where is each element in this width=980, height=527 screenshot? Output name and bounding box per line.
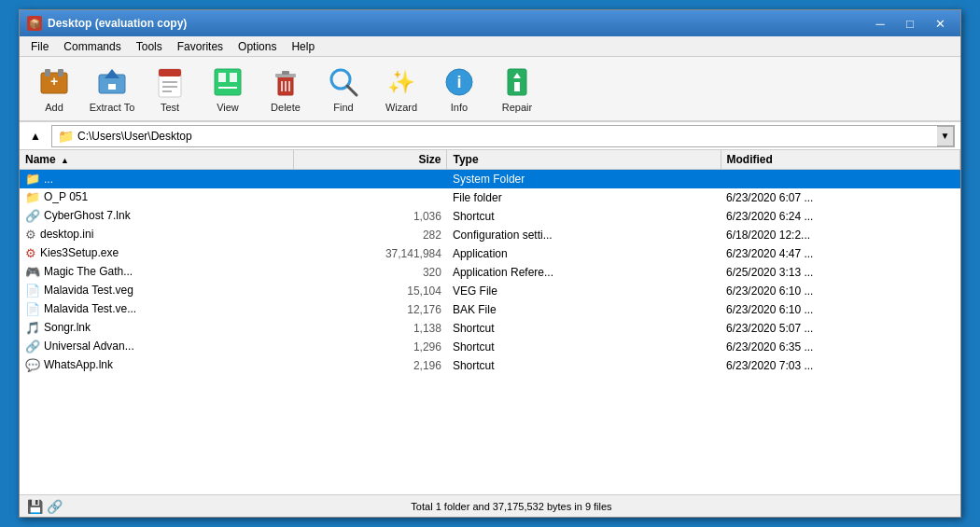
extract-button[interactable]: Extract To — [85, 60, 139, 118]
add-label: Add — [45, 102, 63, 113]
file-size — [293, 170, 447, 188]
file-size: 1,036 — [293, 207, 447, 226]
file-name: Malavida Test.veg — [44, 284, 133, 297]
file-table: Name ▲ Size Type Modified 📁...System Fol… — [20, 150, 960, 375]
file-name: Universal Advan... — [44, 340, 134, 353]
wizard-label: Wizard — [385, 102, 417, 113]
file-type: Application — [447, 244, 721, 263]
delete-icon — [269, 65, 302, 99]
info-icon: i — [442, 65, 476, 99]
file-name: Magic The Gath... — [44, 265, 133, 278]
table-row[interactable]: ⚙Kies3Setup.exe37,141,984Application6/23… — [20, 244, 960, 263]
status-text: Total 1 folder and 37,175,532 bytes in 9… — [70, 501, 953, 512]
file-size: 2,196 — [293, 356, 447, 375]
table-row[interactable]: 📁...System Folder — [20, 170, 960, 188]
file-type: VEG File — [447, 282, 721, 300]
view-icon — [211, 65, 245, 99]
file-name: ... — [44, 173, 53, 186]
menu-file[interactable]: File — [23, 38, 56, 55]
file-size: 1,138 — [293, 319, 447, 338]
delete-button[interactable]: Delete — [259, 60, 313, 118]
address-input-container: 📁 C:\Users\User\Desktop ▼ — [51, 125, 955, 147]
title-bar: 📦 Desktop (evaluation copy) ─ □ ✕ — [20, 10, 960, 36]
table-row[interactable]: 📄Malavida Test.veg15,104VEG File6/23/202… — [20, 282, 960, 300]
path-text: C:\Users\User\Desktop — [77, 130, 192, 143]
view-button[interactable]: View — [201, 60, 255, 118]
add-button[interactable]: + Add — [27, 60, 81, 118]
menu-favorites[interactable]: Favorites — [170, 38, 231, 55]
file-type: Configuration setti... — [447, 226, 721, 244]
link-icon: 🔗 — [47, 499, 63, 514]
table-row[interactable]: 📄Malavida Test.ve...12,176BAK File6/23/2… — [20, 300, 960, 319]
file-name: WhatsApp.lnk — [44, 358, 113, 371]
close-button[interactable]: ✕ — [927, 14, 953, 33]
file-name: Malavida Test.ve... — [44, 302, 136, 315]
file-type: File folder — [447, 188, 721, 207]
file-modified: 6/23/2020 7:03 ... — [721, 356, 959, 375]
file-modified: 6/23/2020 6:10 ... — [721, 300, 959, 319]
sort-arrow: ▲ — [61, 156, 69, 165]
status-icons: 💾 🔗 — [27, 499, 63, 514]
address-bar: ▲ 📁 C:\Users\User\Desktop ▼ — [20, 122, 960, 150]
repair-button[interactable]: Repair — [490, 60, 544, 118]
col-header-type[interactable]: Type — [447, 150, 721, 170]
col-header-size[interactable]: Size — [293, 150, 447, 170]
file-type: Shortcut — [447, 356, 721, 375]
status-bar: 💾 🔗 Total 1 folder and 37,175,532 bytes … — [20, 494, 960, 517]
table-row[interactable]: 💬WhatsApp.lnk2,196Shortcut6/23/2020 7:03… — [20, 356, 960, 375]
file-name: CyberGhost 7.lnk — [44, 209, 131, 222]
file-size: 282 — [293, 226, 447, 244]
file-size: 12,176 — [293, 300, 447, 319]
wizard-button[interactable]: ✨ Wizard — [374, 60, 428, 118]
svg-rect-2 — [58, 69, 63, 76]
find-button[interactable]: Find — [316, 60, 371, 118]
test-icon — [153, 65, 187, 99]
file-list: Name ▲ Size Type Modified 📁...System Fol… — [20, 150, 960, 494]
table-row[interactable]: 🎵Songr.lnk1,138Shortcut6/23/2020 5:07 ..… — [20, 319, 960, 338]
svg-rect-14 — [230, 73, 237, 82]
col-header-name[interactable]: Name ▲ — [20, 150, 293, 170]
window-controls: ─ □ ✕ — [867, 14, 953, 33]
svg-text:✨: ✨ — [387, 68, 415, 95]
table-row[interactable]: 🎮Magic The Gath...320Application Refere.… — [20, 263, 960, 282]
file-icon: 🎮 — [25, 265, 40, 279]
table-row[interactable]: ⚙desktop.ini282Configuration setti...6/1… — [20, 226, 960, 244]
file-modified: 6/23/2020 5:07 ... — [721, 319, 959, 338]
toolbar: + Add Extract To — [20, 57, 960, 122]
file-size: 1,296 — [293, 338, 447, 356]
file-modified: 6/25/2020 3:13 ... — [721, 263, 959, 282]
extract-label: Extract To — [90, 102, 135, 113]
svg-rect-8 — [159, 69, 181, 76]
file-name: Kies3Setup.exe — [40, 246, 119, 259]
maximize-button[interactable]: □ — [897, 14, 923, 33]
file-icon: 📄 — [25, 302, 40, 316]
svg-marker-5 — [105, 69, 119, 78]
file-size: 320 — [293, 263, 447, 282]
table-row[interactable]: 🔗Universal Advan...1,296Shortcut6/23/202… — [20, 338, 960, 356]
menu-tools[interactable]: Tools — [129, 38, 170, 55]
table-row[interactable]: 🔗CyberGhost 7.lnk1,036Shortcut6/23/2020 … — [20, 207, 960, 226]
address-dropdown[interactable]: ▼ — [937, 126, 954, 146]
file-size — [293, 188, 447, 207]
menu-help[interactable]: Help — [284, 38, 322, 55]
file-size: 37,141,984 — [293, 244, 447, 263]
test-button[interactable]: Test — [143, 60, 197, 118]
info-label: Info — [451, 102, 468, 113]
wizard-icon: ✨ — [385, 65, 418, 99]
col-header-modified[interactable]: Modified — [721, 150, 959, 170]
file-icon: 📄 — [25, 284, 40, 298]
up-button[interactable]: ▲ — [25, 126, 46, 146]
file-type: BAK File — [447, 300, 721, 319]
app-icon: 📦 — [27, 16, 42, 31]
minimize-button[interactable]: ─ — [867, 14, 893, 33]
menu-options[interactable]: Options — [231, 38, 284, 55]
table-row[interactable]: 📁O_P 051File folder6/23/2020 6:07 ... — [20, 188, 960, 207]
info-button[interactable]: i Info — [432, 60, 486, 118]
svg-rect-6 — [108, 84, 116, 90]
main-window: 📦 Desktop (evaluation copy) ─ □ ✕ File C… — [19, 9, 961, 518]
file-type: Application Refere... — [447, 263, 721, 282]
svg-text:i: i — [456, 73, 461, 91]
extract-icon — [95, 65, 129, 99]
address-path[interactable]: 📁 C:\Users\User\Desktop — [52, 126, 937, 146]
menu-commands[interactable]: Commands — [56, 38, 128, 55]
